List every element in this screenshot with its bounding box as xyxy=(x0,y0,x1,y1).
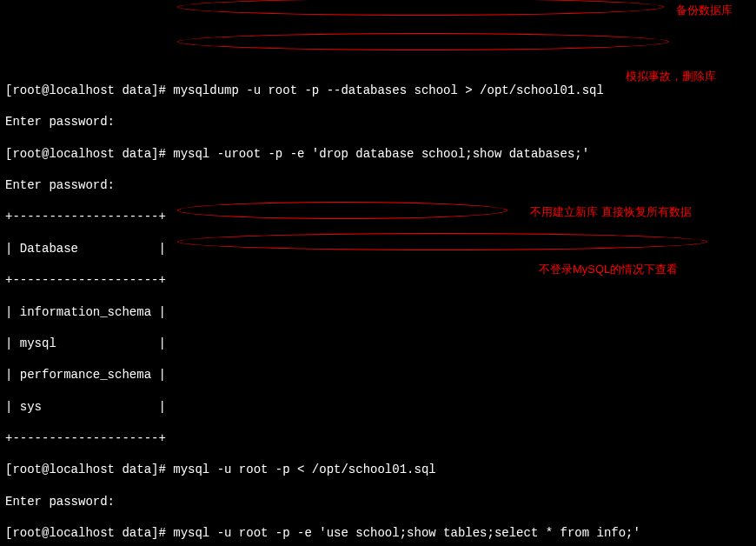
password-prompt: Enter password: xyxy=(5,177,751,193)
table-row: | performance_schema | xyxy=(5,367,751,383)
table-row: | information_schema | xyxy=(5,304,751,320)
shell-prompt: [root@localhost data]# xyxy=(5,147,173,161)
terminal-line: [root@localhost data]# mysql -u root -p … xyxy=(5,525,751,541)
shell-prompt: [root@localhost data]# xyxy=(5,83,173,97)
table-row: | sys | xyxy=(5,399,751,415)
command-drop[interactable]: mysql -uroot -p -e 'drop database school… xyxy=(173,147,589,161)
command-restore[interactable]: mysql -u root -p < /opt/school01.sql xyxy=(173,463,435,476)
terminal-line: [root@localhost data]# mysql -uroot -p -… xyxy=(5,146,751,162)
password-prompt: Enter password: xyxy=(5,494,751,509)
password-prompt: Enter password: xyxy=(5,114,751,130)
annotation-simulate-delete: 模拟事故，删除库 xyxy=(626,70,716,84)
table-row: | mysql | xyxy=(5,336,751,351)
terminal-line: [root@localhost data]# mysqldump -u root… xyxy=(5,83,751,98)
table-header: | Database | xyxy=(5,241,751,256)
highlight-oval xyxy=(177,33,669,50)
annotation-restore: 不用建立新库 直接恢复所有数据 xyxy=(530,205,692,220)
annotation-view-without-login: 不登录MySQL的情况下查看 xyxy=(539,263,678,277)
highlight-oval xyxy=(177,0,664,16)
shell-prompt: [root@localhost data]# xyxy=(5,526,173,540)
annotation-backup: 备份数据库 xyxy=(676,3,733,18)
table-border: +--------------------+ xyxy=(5,430,751,446)
shell-prompt: [root@localhost data]# xyxy=(5,463,173,476)
command-dump[interactable]: mysqldump -u root -p --databases school … xyxy=(173,83,604,97)
command-verify[interactable]: mysql -u root -p -e 'use school;show tab… xyxy=(173,526,640,540)
terminal-line: [root@localhost data]# mysql -u root -p … xyxy=(5,462,751,477)
